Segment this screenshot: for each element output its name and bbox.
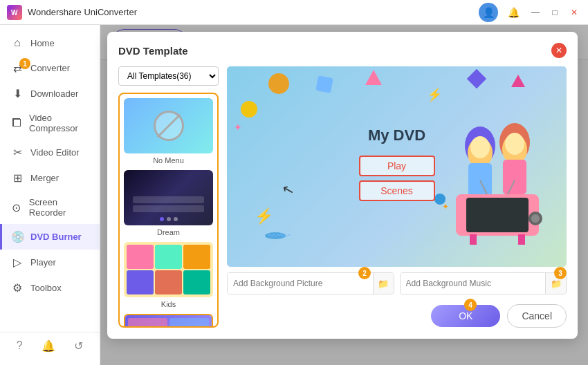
cancel-button[interactable]: Cancel bbox=[507, 304, 567, 328]
template-thumb-dream bbox=[124, 170, 213, 225]
sidebar-item-recorder[interactable]: ⊙ Screen Recorder bbox=[0, 191, 100, 224]
downloader-icon: ⬇ bbox=[11, 87, 24, 100]
secondary-mini bbox=[125, 315, 212, 328]
maximize-button[interactable]: □ bbox=[548, 6, 562, 19]
secondary-cell-1 bbox=[128, 318, 167, 328]
sidebar-item-downloader[interactable]: ⬇ Downloader bbox=[0, 81, 100, 106]
modal-title: DVD Template bbox=[118, 45, 188, 57]
badge-4: 4 bbox=[464, 299, 477, 311]
sidebar-label-merger: Merger bbox=[30, 173, 59, 183]
sidebar-item-compressor[interactable]: ⧠ Video Compressor bbox=[0, 106, 100, 140]
sidebar-label-editor: Video Editor bbox=[30, 147, 80, 158]
close-button[interactable]: ✕ bbox=[567, 6, 581, 19]
template-filter-select[interactable]: All Templates(36)My Templates bbox=[118, 66, 219, 86]
svg-rect-12 bbox=[470, 234, 477, 245]
modal-close-button[interactable]: ✕ bbox=[551, 43, 567, 58]
template-item-secondary[interactable]: SecondaryElement bbox=[124, 314, 213, 328]
converter-badge: 1 bbox=[19, 58, 30, 69]
dvd-preview-title: My DVD bbox=[359, 127, 435, 144]
dream-dot-2 bbox=[167, 217, 171, 221]
svg-rect-13 bbox=[518, 234, 525, 245]
sidebar-label-home: Home bbox=[30, 38, 55, 48]
template-item-dream[interactable]: Dream bbox=[124, 170, 213, 236]
dream-dots bbox=[160, 217, 178, 221]
refresh-icon[interactable]: ↺ bbox=[74, 339, 83, 353]
svg-rect-8 bbox=[503, 160, 526, 194]
template-label-dream: Dream bbox=[124, 228, 213, 236]
home-icon: ⌂ bbox=[11, 37, 24, 49]
kids-cell-4 bbox=[127, 270, 154, 294]
template-list: No Menu bbox=[118, 93, 219, 328]
toolbox-icon: ⚙ bbox=[11, 281, 24, 294]
kids-cell-5 bbox=[155, 270, 182, 294]
sidebar-item-converter[interactable]: ⇄ Converter 1 bbox=[0, 55, 100, 81]
kids-cell-1 bbox=[127, 245, 154, 269]
dvd-scene: ⚡ ✦ ✦ 〰〰 ⚡ My DVD Play bbox=[227, 66, 567, 267]
template-item-no-menu[interactable]: No Menu bbox=[124, 98, 213, 165]
kids-cell-2 bbox=[155, 245, 182, 269]
sidebar-item-toolbox[interactable]: ⚙ Toolbox bbox=[0, 275, 100, 301]
dream-item-1 bbox=[133, 196, 204, 203]
sidebar-item-merger[interactable]: ⊞ Merger bbox=[0, 165, 100, 191]
notification-icon[interactable]: 🔔 bbox=[42, 339, 55, 353]
svg-point-9 bbox=[505, 133, 524, 155]
badge-3: 3 bbox=[554, 267, 567, 279]
svg-point-5 bbox=[470, 136, 490, 158]
app-title: Wondershare UniConverter bbox=[28, 7, 137, 17]
recorder-icon: ⊙ bbox=[11, 201, 22, 214]
secondary-cell-2 bbox=[169, 318, 209, 328]
template-thumb-no-menu bbox=[124, 98, 213, 153]
sidebar-label-recorder: Screen Recorder bbox=[29, 197, 89, 218]
dvd-template-modal: DVD Template ✕ All Templates(36)My Templ… bbox=[107, 32, 578, 339]
bell-icon[interactable]: 🔔 bbox=[504, 3, 523, 22]
template-label-no-menu: No Menu bbox=[124, 156, 213, 165]
dream-item-2 bbox=[133, 205, 204, 212]
deco-yellow bbox=[241, 101, 257, 118]
sidebar-item-dvd[interactable]: 💿 DVD Burner bbox=[0, 224, 100, 250]
dvd-title-area: My DVD Play Scenes bbox=[359, 127, 435, 205]
deco-pink-tri bbox=[365, 70, 382, 85]
deco-lightning: ⚡ bbox=[255, 207, 273, 225]
deco-orange-circle bbox=[268, 73, 289, 94]
anime-characters bbox=[435, 111, 560, 256]
help-icon[interactable]: ? bbox=[17, 339, 23, 353]
template-label-kids: Kids bbox=[124, 300, 213, 308]
sidebar-item-home[interactable]: ⌂ Home bbox=[0, 30, 100, 55]
template-thumb-kids bbox=[124, 242, 213, 297]
editor-icon: ✂ bbox=[11, 146, 24, 159]
dream-mini bbox=[124, 170, 213, 225]
kids-mini bbox=[124, 242, 213, 297]
template-panel: All Templates(36)My Templates No Menu bbox=[118, 66, 219, 328]
bg-music-input[interactable] bbox=[401, 273, 546, 294]
kids-cell-3 bbox=[183, 245, 210, 269]
titlebar: W Wondershare UniConverter 👤 🔔 — □ ✕ bbox=[0, 0, 588, 25]
minimize-button[interactable]: — bbox=[529, 6, 542, 19]
template-item-kids[interactable]: Kids bbox=[124, 242, 213, 308]
dvd-play-button[interactable]: Play bbox=[359, 156, 435, 176]
dvd-icon: 💿 bbox=[11, 230, 24, 243]
sidebar-label-converter: Converter bbox=[30, 63, 70, 73]
sidebar-label-dvd: DVD Burner bbox=[30, 232, 82, 242]
sidebar-label-downloader: Downloader bbox=[30, 88, 78, 99]
sidebar-bottom: ? 🔔 ↺ bbox=[0, 332, 100, 359]
deco-blue-box bbox=[315, 75, 333, 93]
svg-point-17 bbox=[531, 214, 540, 223]
bg-picture-folder-button[interactable]: 📁 bbox=[373, 273, 394, 294]
template-thumb-secondary bbox=[124, 314, 213, 328]
bg-picture-input[interactable] bbox=[228, 273, 373, 294]
svg-text:W: W bbox=[11, 9, 18, 17]
player-icon: ▷ bbox=[11, 256, 24, 269]
kids-cell-6 bbox=[183, 270, 210, 294]
sidebar-item-player[interactable]: ▷ Player bbox=[0, 250, 100, 275]
modal-overlay: DVD Template ✕ All Templates(36)My Templ… bbox=[100, 25, 588, 365]
content-area: + Add Files 🔥 Burn video to: DVD Folder … bbox=[100, 25, 588, 365]
preview-panel: ⚡ ✦ ✦ 〰〰 ⚡ My DVD Play bbox=[227, 66, 567, 328]
dvd-scenes-button[interactable]: Scenes bbox=[359, 180, 435, 201]
badge-2: 2 bbox=[358, 267, 371, 279]
dream-dot-1 bbox=[160, 217, 164, 221]
sidebar-label-toolbox: Toolbox bbox=[30, 283, 62, 293]
dream-dot-3 bbox=[174, 217, 178, 221]
sidebar-item-editor[interactable]: ✂ Video Editor bbox=[0, 140, 100, 165]
sidebar-label-player: Player bbox=[30, 257, 56, 268]
user-icon[interactable]: 👤 bbox=[479, 3, 498, 22]
